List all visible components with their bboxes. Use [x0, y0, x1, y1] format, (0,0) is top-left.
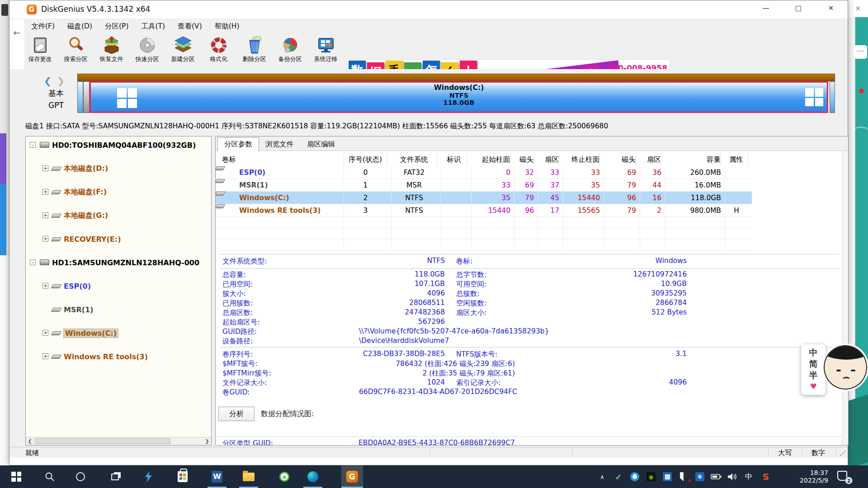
task-view-button[interactable] — [104, 465, 126, 488]
column-header-卷标[interactable]: 卷标 — [222, 153, 344, 166]
toolbar-button-6[interactable]: 删除分区 — [236, 35, 272, 68]
tray-nvidia-icon[interactable]: ◉ — [645, 471, 657, 483]
expand-icon[interactable]: + — [42, 283, 48, 289]
tab-扇区编辑[interactable]: 扇区编辑 — [301, 138, 341, 151]
column-header-容量[interactable]: 容量 — [665, 153, 721, 166]
tab-浏览文件[interactable]: 浏览文件 — [259, 138, 300, 151]
tab-分区参数[interactable]: 分区参数 — [217, 137, 259, 151]
tree-item-9[interactable]: +Windows RE tools(3) — [26, 351, 211, 362]
word-button[interactable]: W — [206, 465, 228, 488]
toolbar-button-2[interactable]: 恢复文件 — [94, 35, 129, 68]
tray-ime-mode-icon[interactable]: 中 — [742, 471, 755, 483]
tree-item-0[interactable]: -HD0:TOSHIBAMQ04ABF100(932GB) — [26, 139, 211, 151]
column-header-属性[interactable]: 属性 — [725, 153, 748, 166]
cortana-button[interactable] — [70, 465, 91, 488]
resize-grip[interactable] — [840, 450, 846, 456]
expand-icon[interactable]: + — [42, 212, 48, 218]
menu-item-4[interactable]: 查看(V) — [171, 20, 208, 33]
column-header-序号(状态)[interactable]: 序号(状态) — [344, 153, 387, 166]
table-row-ESP(0)[interactable]: ESP(0)0FAT3203233336936260.0MB — [216, 166, 752, 179]
microsoft-store-button[interactable] — [172, 465, 193, 488]
disk-nav-arrows[interactable]: ❮ ❯ — [44, 75, 65, 86]
tree-item-2[interactable]: +本地磁盘(F:) — [26, 186, 211, 198]
partition-block-msr[interactable] — [83, 81, 90, 113]
column-header-磁头[interactable]: 磁头 — [604, 153, 636, 166]
scroll-left-icon[interactable]: ❮ — [26, 437, 34, 445]
scroll-right-icon[interactable]: ❯ — [203, 437, 211, 445]
tree-item-5[interactable]: -HD1:SAMSUNGMZNLN128HAHQ-000 — [26, 257, 211, 268]
tray-freeze-icon[interactable]: ❄ — [693, 471, 706, 483]
ime-mode-char[interactable]: 半 — [809, 370, 818, 381]
ime-mode-char[interactable]: 中 — [809, 347, 818, 358]
ime-status-widget[interactable]: 中简半♥ — [801, 344, 826, 395]
tree-item-7[interactable]: MSR(1) — [26, 304, 211, 315]
tray-antivirus-icon[interactable]: ✓ — [612, 471, 625, 483]
tray-thunder-icon[interactable] — [628, 471, 641, 483]
scrollbar-thumb[interactable] — [35, 438, 170, 444]
toolbar-button-3[interactable]: 快速分区 — [129, 35, 165, 68]
ime-mode-char[interactable]: 简 — [809, 358, 818, 370]
minimize-button[interactable]: — — [755, 0, 776, 16]
ime-heart-icon[interactable]: ♥ — [810, 381, 816, 392]
expand-icon[interactable]: + — [42, 353, 48, 359]
diskgenius-button[interactable]: G — [341, 465, 363, 488]
partition-icon — [51, 331, 62, 335]
tree-item-1[interactable]: +本地磁盘(D:) — [26, 163, 211, 174]
collapse-icon[interactable]: - — [30, 142, 36, 148]
tray-security-shield-icon[interactable]: ✕ — [677, 471, 690, 483]
toolbar-button-1[interactable]: 搜索分区 — [58, 35, 94, 68]
column-header-起始柱面[interactable]: 起始柱面 — [471, 153, 510, 166]
tree-item-3[interactable]: +本地磁盘(G:) — [26, 210, 211, 221]
toolbar-button-5[interactable]: 格式化 — [201, 35, 236, 68]
file-explorer-button[interactable] — [238, 465, 259, 488]
column-header-扇区[interactable]: 扇区 — [640, 153, 661, 166]
start-button[interactable] — [5, 465, 27, 488]
prev-disk-icon[interactable]: ❮ — [44, 75, 52, 86]
tree-item-6[interactable]: +ESP(0) — [26, 280, 211, 292]
panel-splitter[interactable] — [212, 136, 215, 446]
toolbar-button-8[interactable]: 系统迁移 — [308, 35, 344, 68]
notification-center-button[interactable]: 2 — [837, 471, 851, 483]
menu-item-2[interactable]: 分区(P) — [99, 20, 135, 33]
tree-horizontal-scrollbar[interactable]: ❮❯ — [26, 437, 211, 445]
flash-app-button[interactable] — [137, 465, 159, 488]
analyze-button[interactable]: 分析 — [218, 407, 255, 421]
column-header-扇区[interactable]: 扇区 — [538, 153, 559, 166]
tray-expand-icon[interactable]: ∧ — [596, 471, 609, 483]
tray-intel-graphics-icon[interactable] — [661, 471, 674, 483]
expand-icon[interactable]: + — [42, 165, 48, 171]
tray-sogou-icon[interactable]: S — [760, 471, 772, 483]
menu-item-1[interactable]: 磁盘(D) — [61, 20, 99, 33]
search-button[interactable] — [39, 465, 61, 488]
expand-icon[interactable]: + — [42, 236, 48, 242]
column-header-文件系统[interactable]: 文件系统 — [391, 153, 437, 166]
tray-battery-icon[interactable] — [710, 471, 722, 483]
browser-360-button[interactable]: e — [274, 465, 295, 488]
partition-block-esp[interactable] — [77, 81, 83, 113]
taskbar-clock[interactable]: 18:372022/5/9 — [778, 469, 828, 484]
collapse-icon[interactable]: - — [30, 259, 36, 265]
menu-item-3[interactable]: 工具(T) — [135, 20, 172, 33]
expand-icon[interactable]: + — [42, 330, 48, 336]
tree-item-8[interactable]: +Windows(C:) — [26, 327, 211, 339]
menu-item-5[interactable]: 帮助(H) — [208, 20, 246, 33]
toolbar-button-7[interactable]: 备份分区 — [272, 35, 308, 68]
tray-volume-icon[interactable] — [726, 471, 739, 483]
column-header-终止柱面[interactable]: 终止柱面 — [563, 153, 600, 166]
toolbar-button-0[interactable]: 保存更改 — [22, 35, 58, 68]
column-header-标识[interactable]: 标识 — [441, 153, 467, 166]
maximize-button[interactable]: □ — [788, 0, 809, 16]
toolbar-button-4[interactable]: 新建分区 — [165, 35, 201, 68]
table-row-MSR(1)[interactable]: MSR(1)1MSR33693735794416.0MB — [216, 179, 752, 192]
tree-item-4[interactable]: +RECOVERY(E:) — [26, 233, 211, 245]
edge-button[interactable] — [302, 465, 324, 488]
partition-block-re-tools[interactable] — [830, 81, 835, 113]
menu-item-0[interactable]: 文件(F) — [25, 20, 61, 33]
table-row-Windows RE tools(3)[interactable]: Windows RE tools(3)3NTFS1544096171556579… — [216, 204, 752, 217]
close-button[interactable]: ✕ — [821, 0, 841, 16]
next-disk-icon[interactable]: ❯ — [57, 75, 65, 86]
table-row-Windows(C:)[interactable]: Windows(C:)2NTFS357945154409616118.0GB — [216, 192, 752, 204]
column-header-磁头[interactable]: 磁头 — [514, 153, 534, 166]
expand-icon[interactable]: + — [42, 189, 48, 195]
partition-block-windows-c[interactable]: Windows(C:) NTFS 118.0GB — [90, 81, 828, 113]
